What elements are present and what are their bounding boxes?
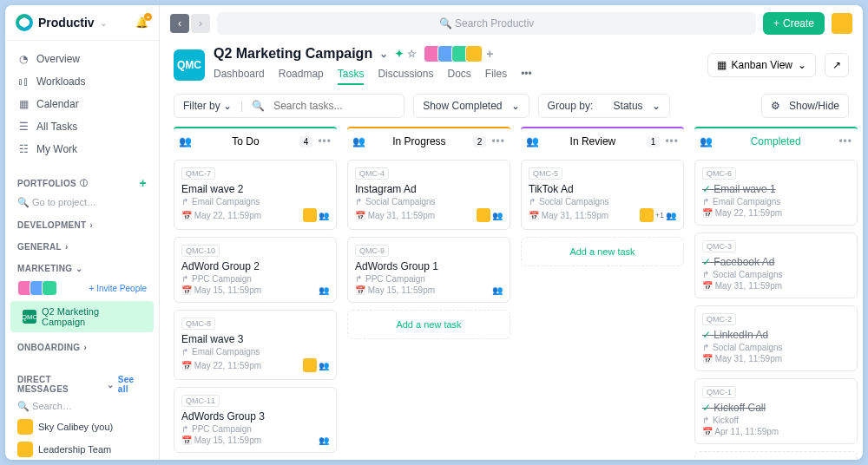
avatar <box>477 208 490 222</box>
dm-item[interactable]: Sky Calibey (you) <box>5 416 159 438</box>
global-search[interactable]: 🔍 Search Productiv <box>217 12 756 35</box>
dm-item[interactable]: Leadership Team <box>5 438 159 460</box>
nav-item[interactable]: ◔Overview <box>5 48 159 70</box>
add-assignee-icon[interactable]: 👥 <box>319 211 329 220</box>
subtask-icon: ↱ <box>181 424 188 434</box>
task-card[interactable]: QMC-10 AdWord Group 2 ↱ PPC Campaign 📅 M… <box>174 237 337 303</box>
task-card[interactable]: QMC-5 TikTok Ad ↱ Social Campaigns 📅 May… <box>521 160 684 230</box>
task-assignees[interactable]: 👥 <box>303 208 329 222</box>
column-menu-icon[interactable]: ••• <box>491 135 505 147</box>
nav-item[interactable]: ☰All Tasks <box>5 115 159 138</box>
nav-item[interactable]: ⫾⫿Workloads <box>5 70 159 93</box>
project-tabs: DashboardRoadmapTasksDiscussionsDocsFile… <box>214 64 699 85</box>
nav-item[interactable]: ☷My Work <box>5 138 159 160</box>
chevron-right-icon: › <box>89 220 93 230</box>
tab-more[interactable]: ••• <box>521 64 532 85</box>
share-button[interactable]: ↗ <box>825 53 849 77</box>
add-task-button[interactable]: Add a new task <box>694 451 858 460</box>
assign-icon[interactable]: 👥 <box>700 135 713 147</box>
tab-docs[interactable]: Docs <box>447 64 470 85</box>
task-assignees[interactable]: 👥 <box>303 358 329 372</box>
tab-roadmap[interactable]: Roadmap <box>279 64 324 85</box>
tab-files[interactable]: Files <box>485 64 507 85</box>
project-members[interactable] <box>424 45 479 62</box>
assign-icon[interactable]: 👥 <box>179 135 192 147</box>
avatar[interactable] <box>42 280 57 296</box>
task-card[interactable]: QMC-1 ✓ Kickoff Call ↱ Kickoff 📅 Apr 11,… <box>694 378 858 444</box>
task-tag: QMC-1 <box>702 386 736 398</box>
add-assignee-icon[interactable]: 👥 <box>319 436 329 445</box>
task-assignees[interactable]: 👥 <box>319 285 329 295</box>
task-assignees[interactable]: 👥 <box>319 436 329 445</box>
goto-project[interactable]: 🔍 Go to project… <box>5 193 159 212</box>
sidebar-project-active[interactable]: QMC Q2 Marketing Campaign <box>10 301 154 332</box>
development-section[interactable]: DEVELOPMENT › <box>5 212 159 233</box>
see-all-link[interactable]: See all <box>118 375 147 394</box>
add-assignee-icon[interactable]: 👥 <box>492 211 503 220</box>
task-parent: ↱ Email Campaigns <box>181 197 329 206</box>
assign-icon[interactable]: 👥 <box>526 135 539 147</box>
task-card[interactable]: QMC-3 ✓ Facebook Ad ↱ Social Campaigns 📅… <box>694 232 858 298</box>
notifications-icon[interactable]: 🔔• <box>135 16 148 29</box>
star-icon[interactable]: ☆ <box>407 48 417 60</box>
add-portfolio-icon[interactable]: + <box>140 176 147 190</box>
task-card[interactable]: QMC-11 AdWords Group 3 ↱ PPC Campaign 📅 … <box>174 387 337 453</box>
invite-people[interactable]: + Invite People <box>89 284 147 293</box>
show-hide-button[interactable]: ⚙ Show/Hide <box>761 94 849 118</box>
tab-discussions[interactable]: Discussions <box>378 64 433 85</box>
nav-item[interactable]: ▦Calendar <box>5 93 159 115</box>
forward-button[interactable]: › <box>191 14 210 33</box>
task-date: 📅 May 15, 11:59pm <box>355 285 435 295</box>
create-button[interactable]: + Create <box>763 12 825 35</box>
add-task-button[interactable]: Add a new task <box>521 237 684 266</box>
add-assignee-icon[interactable]: 👥 <box>666 211 676 220</box>
add-assignee-icon[interactable]: 👥 <box>319 285 329 295</box>
app-name[interactable]: Productiv <box>38 16 95 29</box>
add-assignee-icon[interactable]: 👥 <box>492 285 503 295</box>
dm-search[interactable]: 🔍 Search… <box>5 397 159 416</box>
general-section[interactable]: GENERAL › <box>5 233 159 255</box>
task-tag: QMC-11 <box>181 395 220 407</box>
pin-icon[interactable]: ✦ <box>395 48 404 60</box>
filter-by[interactable]: Filter by ⌄ <box>183 100 232 112</box>
column-header: 👥 To Do 4 ••• <box>174 127 337 154</box>
column-menu-icon[interactable]: ••• <box>665 135 679 147</box>
portfolios-header[interactable]: PORTFOLIOS ⓘ + <box>5 167 159 193</box>
group-by-selector[interactable]: Group by: Status ⌄ <box>538 94 670 118</box>
task-search-input[interactable] <box>273 100 395 112</box>
user-avatar[interactable] <box>832 13 852 34</box>
tab-tasks[interactable]: Tasks <box>338 64 365 85</box>
back-button[interactable]: ‹ <box>170 14 189 33</box>
task-card[interactable]: QMC-2 ✓ LinkedIn Ad ↱ Social Campaigns 📅… <box>694 305 858 371</box>
assign-icon[interactable]: 👥 <box>352 135 365 147</box>
task-card[interactable]: QMC-6 ✓ Email wave 1 ↱ Email Campaigns 📅… <box>694 160 858 226</box>
dm-section[interactable]: DIRECT MESSAGES ⌄ See all <box>5 366 159 397</box>
task-tag: QMC-10 <box>181 245 220 257</box>
add-task-button[interactable]: Add a new task <box>347 310 510 339</box>
task-card[interactable]: QMC-8 Email wave 3 ↱ Email Campaigns 📅 M… <box>174 310 337 380</box>
column-menu-icon[interactable]: ••• <box>318 135 332 147</box>
chevron-down-icon[interactable]: ⌄ <box>379 48 388 60</box>
add-member-icon[interactable]: + <box>486 47 493 61</box>
column-menu-icon[interactable]: ••• <box>838 135 852 147</box>
task-assignees[interactable]: 👥 <box>492 285 503 295</box>
task-assignees[interactable]: 👥 <box>477 208 503 222</box>
task-card[interactable]: QMC-9 AdWords Group 1 ↱ PPC Campaign 📅 M… <box>347 237 510 303</box>
onboarding-section[interactable]: ONBOARDING › <box>5 334 159 356</box>
info-icon[interactable]: ⓘ <box>80 178 88 189</box>
nav-list: ◔Overview⫾⫿Workloads▦Calendar☰All Tasks☷… <box>5 41 159 167</box>
tab-dashboard[interactable]: Dashboard <box>214 64 265 85</box>
view-selector[interactable]: ▦ Kanban View ⌄ <box>707 53 817 77</box>
column-title: To Do <box>197 135 294 147</box>
show-completed-toggle[interactable]: Show Completed ⌄ <box>413 94 529 118</box>
add-assignee-icon[interactable]: 👥 <box>319 361 329 370</box>
marketing-section[interactable]: MARKETING ⌄ <box>5 255 159 277</box>
column-count: 4 <box>299 136 313 147</box>
task-card[interactable]: QMC-4 Instagram Ad ↱ Social Campaigns 📅 … <box>347 160 510 230</box>
nav-icon: ☰ <box>17 121 30 133</box>
column-todo: 👥 To Do 4 ••• QMC-7 Email wave 2 ↱ Email… <box>174 127 337 446</box>
task-title: Email wave 3 <box>181 333 329 345</box>
task-card[interactable]: QMC-7 Email wave 2 ↱ Email Campaigns 📅 M… <box>174 160 337 230</box>
task-assignees[interactable]: +1 👥 <box>640 208 676 222</box>
chevron-down-icon[interactable]: ⌄ <box>100 18 107 28</box>
